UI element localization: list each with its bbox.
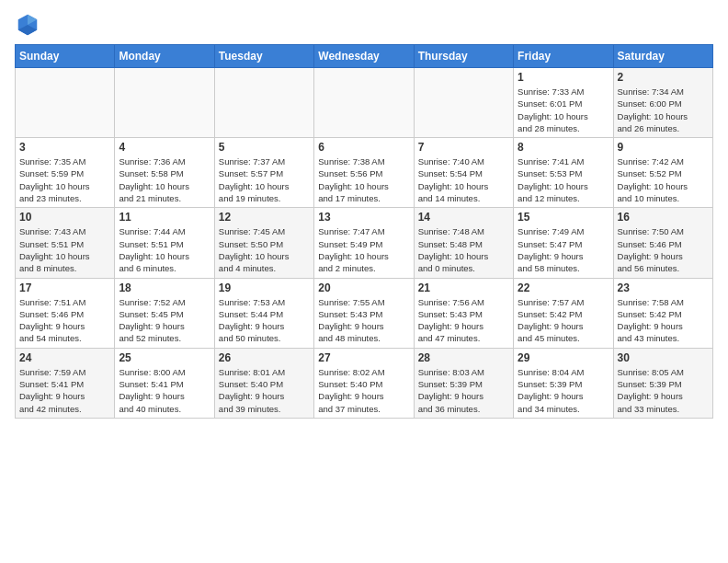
day-number: 15 <box>518 211 609 224</box>
day-number: 10 <box>19 211 110 224</box>
day-info: Sunrise: 7:56 AM Sunset: 5:43 PM Dayligh… <box>418 296 509 345</box>
day-number: 4 <box>119 141 210 154</box>
day-number: 30 <box>618 351 709 364</box>
day-info: Sunrise: 7:38 AM Sunset: 5:56 PM Dayligh… <box>318 155 409 204</box>
day-number: 18 <box>119 282 210 294</box>
calendar-table: SundayMondayTuesdayWednesdayThursdayFrid… <box>15 44 713 419</box>
day-number: 27 <box>318 351 409 364</box>
day-info: Sunrise: 7:42 AM Sunset: 5:52 PM Dayligh… <box>618 155 709 204</box>
calendar-cell: 17Sunrise: 7:51 AM Sunset: 5:46 PM Dayli… <box>16 278 115 348</box>
day-info: Sunrise: 7:59 AM Sunset: 5:41 PM Dayligh… <box>19 366 110 415</box>
day-info: Sunrise: 7:57 AM Sunset: 5:42 PM Dayligh… <box>518 296 609 345</box>
calendar-cell: 13Sunrise: 7:47 AM Sunset: 5:49 PM Dayli… <box>314 208 414 278</box>
day-info: Sunrise: 7:43 AM Sunset: 5:51 PM Dayligh… <box>19 225 110 274</box>
calendar-cell: 9Sunrise: 7:42 AM Sunset: 5:52 PM Daylig… <box>613 138 712 208</box>
calendar-cell: 6Sunrise: 7:38 AM Sunset: 5:56 PM Daylig… <box>314 138 414 208</box>
day-number: 13 <box>318 211 409 224</box>
calendar-cell: 21Sunrise: 7:56 AM Sunset: 5:43 PM Dayli… <box>414 278 513 348</box>
day-info: Sunrise: 8:02 AM Sunset: 5:40 PM Dayligh… <box>318 366 409 415</box>
weekday-header-wednesday: Wednesday <box>314 45 414 68</box>
calendar-cell: 5Sunrise: 7:37 AM Sunset: 5:57 PM Daylig… <box>214 138 313 208</box>
day-info: Sunrise: 8:04 AM Sunset: 5:39 PM Dayligh… <box>518 366 609 415</box>
day-info: Sunrise: 7:47 AM Sunset: 5:49 PM Dayligh… <box>318 225 409 274</box>
calendar-header-row: SundayMondayTuesdayWednesdayThursdayFrid… <box>16 45 713 68</box>
day-number: 21 <box>418 282 509 294</box>
day-number: 20 <box>318 282 409 294</box>
day-number: 5 <box>219 141 310 154</box>
calendar-cell: 29Sunrise: 8:04 AM Sunset: 5:39 PM Dayli… <box>514 348 613 418</box>
calendar-cell <box>414 68 513 138</box>
weekday-header-tuesday: Tuesday <box>214 45 313 68</box>
calendar-cell: 2Sunrise: 7:34 AM Sunset: 6:00 PM Daylig… <box>613 68 712 138</box>
day-info: Sunrise: 7:37 AM Sunset: 5:57 PM Dayligh… <box>219 155 310 204</box>
weekday-header-thursday: Thursday <box>414 45 513 68</box>
day-number: 6 <box>318 141 409 154</box>
weekday-header-monday: Monday <box>115 45 214 68</box>
day-info: Sunrise: 7:55 AM Sunset: 5:43 PM Dayligh… <box>318 296 409 345</box>
calendar-cell: 1Sunrise: 7:33 AM Sunset: 6:01 PM Daylig… <box>514 68 613 138</box>
weekday-header-friday: Friday <box>514 45 613 68</box>
calendar-cell <box>214 68 313 138</box>
weekday-header-sunday: Sunday <box>16 45 115 68</box>
day-info: Sunrise: 7:48 AM Sunset: 5:48 PM Dayligh… <box>418 225 509 274</box>
calendar-cell: 20Sunrise: 7:55 AM Sunset: 5:43 PM Dayli… <box>314 278 414 348</box>
calendar-cell <box>115 68 214 138</box>
day-number: 17 <box>19 282 110 294</box>
calendar-cell: 14Sunrise: 7:48 AM Sunset: 5:48 PM Dayli… <box>414 208 513 278</box>
day-info: Sunrise: 7:52 AM Sunset: 5:45 PM Dayligh… <box>119 296 210 345</box>
calendar-cell: 16Sunrise: 7:50 AM Sunset: 5:46 PM Dayli… <box>613 208 712 278</box>
day-info: Sunrise: 7:40 AM Sunset: 5:54 PM Dayligh… <box>418 155 509 204</box>
day-number: 28 <box>418 351 509 364</box>
day-info: Sunrise: 8:00 AM Sunset: 5:41 PM Dayligh… <box>119 366 210 415</box>
day-number: 11 <box>119 211 210 224</box>
logo <box>15 11 44 37</box>
day-number: 22 <box>518 282 609 294</box>
day-info: Sunrise: 7:44 AM Sunset: 5:51 PM Dayligh… <box>119 225 210 274</box>
calendar-cell: 8Sunrise: 7:41 AM Sunset: 5:53 PM Daylig… <box>514 138 613 208</box>
calendar-cell: 4Sunrise: 7:36 AM Sunset: 5:58 PM Daylig… <box>115 138 214 208</box>
day-info: Sunrise: 8:05 AM Sunset: 5:39 PM Dayligh… <box>618 366 709 415</box>
weekday-header-saturday: Saturday <box>613 45 712 68</box>
day-info: Sunrise: 7:34 AM Sunset: 6:00 PM Dayligh… <box>618 86 709 134</box>
day-number: 2 <box>618 71 709 84</box>
page-header <box>15 11 713 37</box>
calendar-cell: 25Sunrise: 8:00 AM Sunset: 5:41 PM Dayli… <box>115 348 214 418</box>
calendar-cell: 22Sunrise: 7:57 AM Sunset: 5:42 PM Dayli… <box>514 278 613 348</box>
calendar-cell: 28Sunrise: 8:03 AM Sunset: 5:39 PM Dayli… <box>414 348 513 418</box>
calendar-cell: 12Sunrise: 7:45 AM Sunset: 5:50 PM Dayli… <box>214 208 313 278</box>
day-number: 29 <box>518 351 609 364</box>
calendar-cell: 24Sunrise: 7:59 AM Sunset: 5:41 PM Dayli… <box>16 348 115 418</box>
calendar-cell: 10Sunrise: 7:43 AM Sunset: 5:51 PM Dayli… <box>16 208 115 278</box>
calendar-cell: 7Sunrise: 7:40 AM Sunset: 5:54 PM Daylig… <box>414 138 513 208</box>
day-info: Sunrise: 7:45 AM Sunset: 5:50 PM Dayligh… <box>219 225 310 274</box>
calendar-week-row: 10Sunrise: 7:43 AM Sunset: 5:51 PM Dayli… <box>16 208 713 278</box>
day-number: 14 <box>418 211 509 224</box>
day-number: 16 <box>618 211 709 224</box>
calendar-week-row: 1Sunrise: 7:33 AM Sunset: 6:01 PM Daylig… <box>16 68 713 138</box>
calendar-week-row: 3Sunrise: 7:35 AM Sunset: 5:59 PM Daylig… <box>16 138 713 208</box>
day-info: Sunrise: 7:53 AM Sunset: 5:44 PM Dayligh… <box>219 296 310 345</box>
calendar-cell <box>16 68 115 138</box>
calendar-cell: 11Sunrise: 7:44 AM Sunset: 5:51 PM Dayli… <box>115 208 214 278</box>
day-info: Sunrise: 8:01 AM Sunset: 5:40 PM Dayligh… <box>219 366 310 415</box>
day-info: Sunrise: 7:50 AM Sunset: 5:46 PM Dayligh… <box>618 225 709 274</box>
day-number: 7 <box>418 141 509 154</box>
day-number: 25 <box>119 351 210 364</box>
day-info: Sunrise: 7:49 AM Sunset: 5:47 PM Dayligh… <box>518 225 609 274</box>
day-number: 23 <box>618 282 709 294</box>
day-info: Sunrise: 7:41 AM Sunset: 5:53 PM Dayligh… <box>518 155 609 204</box>
day-info: Sunrise: 7:33 AM Sunset: 6:01 PM Dayligh… <box>518 86 609 134</box>
day-info: Sunrise: 8:03 AM Sunset: 5:39 PM Dayligh… <box>418 366 509 415</box>
logo-icon <box>15 11 40 37</box>
calendar-week-row: 17Sunrise: 7:51 AM Sunset: 5:46 PM Dayli… <box>16 278 713 348</box>
calendar-cell: 15Sunrise: 7:49 AM Sunset: 5:47 PM Dayli… <box>514 208 613 278</box>
day-number: 12 <box>219 211 310 224</box>
calendar-cell: 30Sunrise: 8:05 AM Sunset: 5:39 PM Dayli… <box>613 348 712 418</box>
day-number: 9 <box>618 141 709 154</box>
calendar-cell: 26Sunrise: 8:01 AM Sunset: 5:40 PM Dayli… <box>214 348 313 418</box>
calendar-cell: 23Sunrise: 7:58 AM Sunset: 5:42 PM Dayli… <box>613 278 712 348</box>
day-number: 19 <box>219 282 310 294</box>
day-info: Sunrise: 7:58 AM Sunset: 5:42 PM Dayligh… <box>618 296 709 345</box>
calendar-cell: 19Sunrise: 7:53 AM Sunset: 5:44 PM Dayli… <box>214 278 313 348</box>
day-number: 24 <box>19 351 110 364</box>
